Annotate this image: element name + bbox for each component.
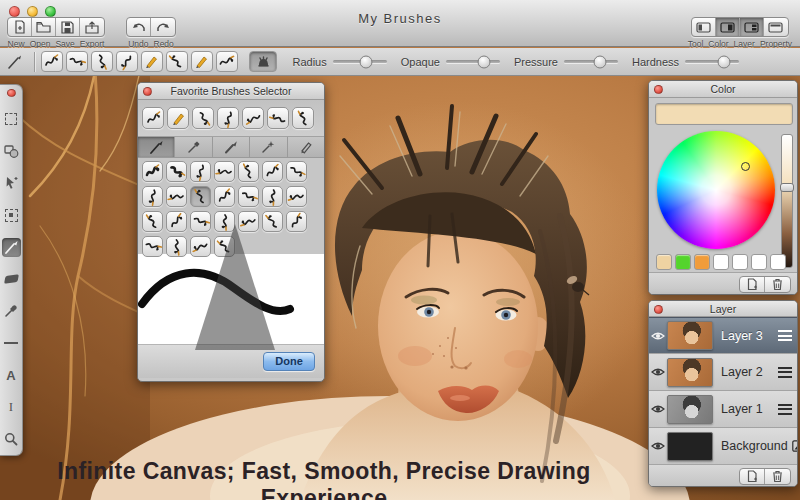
brush-tab-pencil[interactable]	[288, 137, 324, 157]
favorite-brush-button[interactable]	[192, 107, 214, 129]
tool-marquee[interactable]	[2, 110, 21, 129]
save-button[interactable]	[56, 18, 80, 36]
brush-grid-button[interactable]	[166, 211, 187, 232]
brush-grid-button[interactable]	[166, 161, 187, 182]
brush-tab-ink-pen[interactable]	[175, 137, 212, 157]
brush-grid-button[interactable]	[262, 161, 283, 182]
brush-grid-button[interactable]	[190, 161, 211, 182]
color-swatch[interactable]	[732, 254, 748, 270]
layer-row-layer-1[interactable]: Layer 1	[649, 391, 797, 428]
tool-line[interactable]	[2, 334, 21, 353]
brush-grid-button[interactable]	[142, 186, 163, 207]
brush-grid-button[interactable]	[166, 186, 187, 207]
slider-knob[interactable]	[594, 55, 607, 68]
tool-brush[interactable]	[2, 238, 21, 257]
brush-grid-button[interactable]	[214, 236, 235, 257]
color-wheel[interactable]	[657, 131, 775, 249]
brush-grid-button[interactable]	[214, 211, 235, 232]
favorite-brush-button[interactable]	[217, 107, 239, 129]
layer-menu-handle[interactable]	[773, 367, 797, 378]
selected-brush-stamp-button[interactable]	[249, 51, 277, 72]
active-brush-tool[interactable]	[0, 54, 30, 70]
layer-menu-handle[interactable]	[773, 404, 797, 415]
brush-grid-button[interactable]	[142, 211, 163, 232]
delete-layer-button[interactable]	[765, 469, 790, 484]
tool-eyedropper[interactable]	[2, 302, 21, 321]
brush-grid-button[interactable]	[286, 186, 307, 207]
brush-tab-calligraphy-brush[interactable]	[213, 137, 250, 157]
layer-row-layer-2[interactable]: Layer 2	[649, 354, 797, 391]
brush-grid-button[interactable]	[142, 161, 163, 182]
slider-track[interactable]	[446, 60, 500, 63]
brush-grid-button[interactable]	[262, 186, 283, 207]
color-panel-toggle[interactable]	[716, 18, 740, 36]
property-panel-toggle[interactable]	[764, 18, 788, 36]
favorite-brush-button[interactable]	[167, 107, 189, 129]
brush-preset-button[interactable]	[216, 51, 238, 72]
brush-grid-button[interactable]	[238, 211, 259, 232]
brush-grid-button[interactable]	[286, 211, 307, 232]
slider-track[interactable]	[685, 60, 739, 63]
brush-tab-magic-wand[interactable]	[250, 137, 287, 157]
favorite-brush-button[interactable]	[267, 107, 289, 129]
add-layer-button[interactable]	[740, 469, 765, 484]
done-button[interactable]: Done	[263, 352, 315, 371]
brush-grid-button[interactable]	[286, 161, 307, 182]
brush-preset-button[interactable]	[41, 51, 63, 72]
redo-button[interactable]	[151, 18, 175, 36]
color-wheel-picker[interactable]	[741, 162, 750, 171]
brightness-slider[interactable]	[781, 134, 793, 268]
color-panel-close-button[interactable]	[654, 85, 663, 94]
brightness-slider-knob[interactable]	[780, 183, 794, 192]
visibility-eye-icon[interactable]	[651, 404, 665, 414]
slider-track[interactable]	[564, 60, 618, 63]
brush-grid-button[interactable]	[214, 186, 235, 207]
visibility-eye-icon[interactable]	[651, 367, 665, 377]
color-swatch[interactable]	[694, 254, 710, 270]
tool-transform[interactable]	[2, 206, 21, 225]
color-swatch[interactable]	[675, 254, 691, 270]
layer-visibility-toggle[interactable]	[649, 331, 667, 341]
brushes-panel-close-button[interactable]	[143, 87, 152, 96]
layer-panel-close-button[interactable]	[654, 305, 663, 314]
palette-close-button[interactable]	[7, 89, 16, 97]
tool-move[interactable]	[2, 174, 21, 193]
layer-row-background[interactable]: Background	[649, 428, 797, 465]
layer-visibility-toggle[interactable]	[649, 367, 667, 377]
brush-preset-button[interactable]	[191, 51, 213, 72]
visibility-eye-icon[interactable]	[651, 441, 665, 451]
tool-zoom[interactable]	[2, 430, 21, 449]
slider-track[interactable]	[333, 60, 387, 63]
brush-grid-button[interactable]	[142, 236, 163, 257]
brush-preset-button[interactable]	[141, 51, 163, 72]
tool-cursor[interactable]: I	[2, 398, 21, 417]
layer-menu-handle[interactable]	[773, 330, 797, 341]
color-swatch[interactable]	[656, 254, 672, 270]
color-swatch[interactable]	[751, 254, 767, 270]
delete-swatch-button[interactable]	[765, 277, 790, 292]
tool-text[interactable]: A	[2, 366, 21, 385]
layer-row-layer-3[interactable]: Layer 3	[649, 317, 797, 354]
layer-visibility-toggle[interactable]	[649, 441, 667, 451]
layer-visibility-toggle[interactable]	[649, 404, 667, 414]
brush-grid-button[interactable]	[166, 236, 187, 257]
favorite-brush-button[interactable]	[242, 107, 264, 129]
brush-grid-button[interactable]	[238, 161, 259, 182]
color-swatch[interactable]	[713, 254, 729, 270]
undo-button[interactable]	[127, 18, 151, 36]
export-button[interactable]	[80, 18, 104, 36]
brush-grid-button[interactable]	[214, 161, 235, 182]
brush-preset-button[interactable]	[66, 51, 88, 72]
new-button[interactable]	[8, 18, 32, 36]
layer-panel-toggle[interactable]	[740, 18, 764, 36]
tool-eraser[interactable]	[2, 270, 21, 289]
brush-grid-button[interactable]	[238, 186, 259, 207]
favorite-brush-button[interactable]	[292, 107, 314, 129]
slider-knob[interactable]	[478, 55, 491, 68]
brush-grid-button[interactable]	[262, 211, 283, 232]
tool-panel-toggle[interactable]	[692, 18, 716, 36]
add-swatch-button[interactable]	[740, 277, 765, 292]
brush-preset-button[interactable]	[91, 51, 113, 72]
brush-preset-button[interactable]	[116, 51, 138, 72]
brush-tab-paintbrush[interactable]	[138, 137, 175, 157]
